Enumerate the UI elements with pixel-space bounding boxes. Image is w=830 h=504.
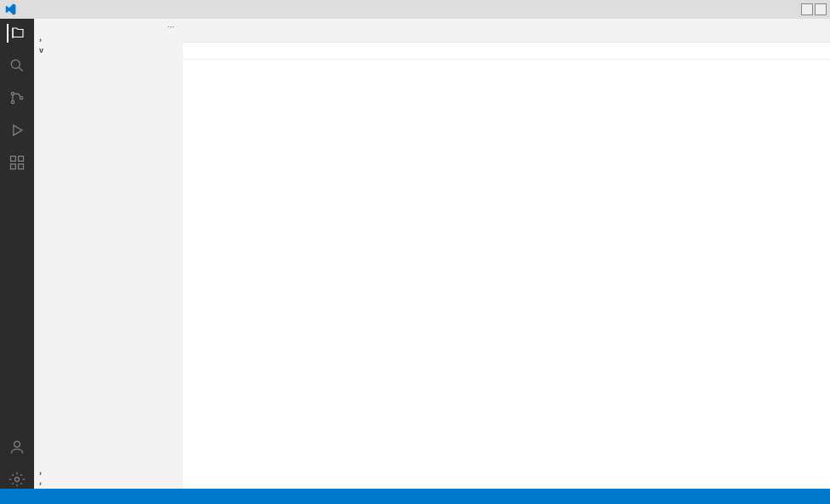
svg-rect-5: [19, 157, 24, 162]
open-editors-section[interactable]: ›: [34, 35, 183, 45]
code-content[interactable]: [212, 60, 830, 489]
svg-point-1: [11, 92, 14, 94]
svg-point-0: [11, 60, 20, 68]
activity-bar: [0, 19, 34, 489]
line-gutter: [183, 60, 212, 489]
outline-section[interactable]: ›: [34, 468, 183, 478]
timeline-section[interactable]: ›: [34, 478, 183, 489]
source-control-icon[interactable]: [8, 89, 26, 107]
svg-rect-7: [19, 164, 24, 169]
breadcrumb[interactable]: [183, 43, 830, 60]
editor: [183, 19, 830, 489]
sidebar: ··· › v › ›: [34, 19, 183, 489]
svg-point-9: [15, 478, 20, 482]
explorer-icon[interactable]: [7, 24, 26, 43]
svg-rect-4: [11, 157, 16, 162]
debug-icon[interactable]: [8, 121, 26, 140]
svg-point-3: [20, 96, 22, 99]
extensions-icon[interactable]: [8, 153, 26, 172]
editor-tabs: [183, 19, 830, 43]
svg-rect-6: [11, 164, 16, 169]
more-icon[interactable]: ···: [168, 22, 175, 32]
menubar: [0, 0, 830, 19]
svg-point-8: [14, 441, 20, 447]
gear-icon[interactable]: [8, 470, 26, 489]
status-bar: [0, 489, 830, 504]
code-area[interactable]: [183, 60, 830, 489]
window-controls: [801, 3, 827, 15]
vscode-logo-icon: [3, 3, 17, 16]
file-tree: [34, 55, 183, 468]
account-icon[interactable]: [8, 438, 26, 456]
svg-point-2: [11, 100, 14, 103]
project-section[interactable]: v: [34, 45, 183, 55]
layout-button[interactable]: [801, 3, 813, 15]
layout-button-2[interactable]: [815, 3, 827, 15]
search-icon[interactable]: [8, 56, 26, 75]
